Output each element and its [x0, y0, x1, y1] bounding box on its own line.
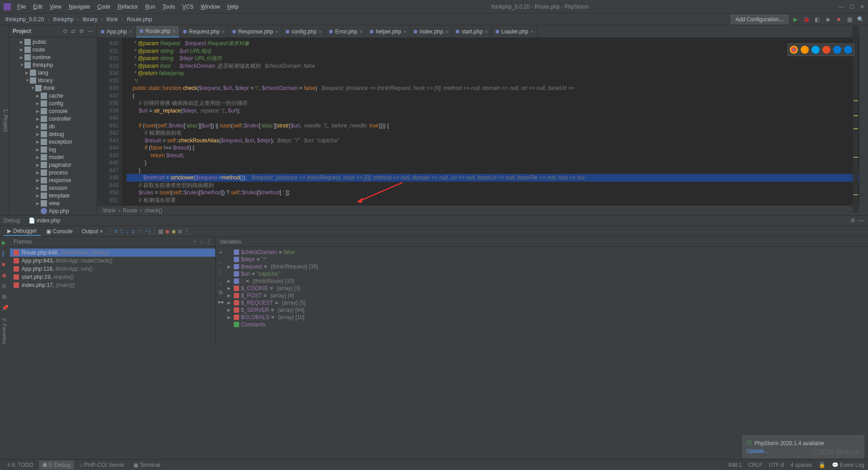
debug-icon[interactable]: 🐞 — [802, 15, 810, 24]
remove-watch-icon[interactable]: − — [219, 259, 222, 266]
var-row[interactable]: ▶$_POST = {array} [4] — [226, 292, 868, 299]
menu-navigate[interactable]: Navigate — [66, 2, 93, 12]
frame-down-icon[interactable]: ↓ — [200, 239, 203, 245]
show-exec-icon[interactable]: ≡ — [114, 228, 118, 235]
tree-item[interactable]: ▶exception — [9, 138, 97, 146]
tree-item[interactable]: ▼think — [9, 84, 97, 92]
debug-settings-icon[interactable]: ⚙ — [850, 217, 855, 224]
indent[interactable]: 4 spaces — [791, 462, 812, 468]
layout-icon[interactable]: ▦ — [845, 15, 854, 24]
opera-icon[interactable] — [822, 46, 830, 54]
ie-icon[interactable] — [833, 46, 841, 54]
menu-file[interactable]: File — [14, 2, 28, 12]
more-icon[interactable]: ⋮ — [184, 228, 189, 235]
search-icon[interactable]: 🔍 — [856, 15, 864, 24]
var-row[interactable]: ▶:: = {think\Route} [10] — [226, 277, 868, 285]
encoding[interactable]: UTF-8 — [769, 462, 784, 468]
evaluate-icon[interactable]: ▦ — [158, 228, 163, 235]
debug-hide-icon[interactable]: — — [859, 217, 864, 224]
editor-tab[interactable]: index.php× — [410, 26, 452, 38]
crumb[interactable]: thinkphp_5.0.20 — [4, 16, 46, 23]
frame-row[interactable]: index.php:17, {main}() — [10, 281, 215, 289]
resume-icon[interactable]: ▶ — [2, 240, 8, 246]
frame-row[interactable]: App.php:643, think\App::routeCheck() — [10, 257, 215, 265]
menu-edit[interactable]: Edit — [30, 2, 45, 12]
up-icon[interactable]: ↑ — [219, 269, 222, 276]
tree-item[interactable]: ▶view — [9, 199, 97, 207]
run-icon[interactable]: ▶ — [791, 15, 799, 24]
menu-help[interactable]: Help — [225, 2, 241, 12]
tree-item[interactable]: ▼thinkphp — [9, 61, 97, 69]
variables-list[interactable]: $checkDomain = false$depr = "/"▶$request… — [226, 247, 868, 345]
editor-tab[interactable]: Loader.php× — [492, 26, 538, 38]
console-tab[interactable]: ▣ Console — [42, 227, 76, 235]
var-row[interactable]: Constants — [226, 321, 868, 328]
bc-class[interactable]: Route — [123, 207, 137, 214]
view-bp-icon[interactable]: ◉ — [2, 272, 8, 278]
profile-icon[interactable]: ◉ — [824, 15, 832, 24]
firefox-icon[interactable] — [801, 46, 809, 54]
event-log[interactable]: 💬 Event Log — [832, 462, 864, 468]
tree-item[interactable]: ▶session — [9, 184, 97, 192]
frame-up-icon[interactable]: ↑ — [193, 239, 196, 245]
frame-more-icon[interactable]: ⋮ — [206, 239, 212, 245]
select-opened-icon[interactable]: ⊙ — [63, 28, 67, 34]
var-row[interactable]: $checkDomain = false — [226, 249, 868, 256]
tree-item[interactable]: ▶console — [9, 107, 97, 115]
bottom-tab[interactable]: ≡ 6: TODO — [4, 461, 37, 470]
tree-item[interactable]: ▶cache — [9, 92, 97, 99]
favorites-tool-tab[interactable]: 2: Favorites — [0, 316, 9, 346]
stop-debug-icon[interactable]: ■ — [2, 261, 8, 268]
frames-list[interactable]: Route.php:848, think\Route::check()App.p… — [10, 247, 215, 345]
tree-item[interactable]: ▶config — [9, 99, 97, 107]
settings-icon[interactable]: ⚙ — [79, 28, 84, 34]
menu-code[interactable]: Code — [94, 2, 113, 12]
minimize-icon[interactable]: — — [839, 4, 844, 10]
line-sep[interactable]: CRLF — [748, 462, 762, 468]
bottom-tab[interactable]: ▣ Terminal — [130, 461, 164, 470]
tree-item[interactable]: App.php — [9, 207, 97, 215]
pause-icon[interactable]: ∥ — [2, 250, 8, 257]
var-row[interactable]: ▶$_REQUEST = {array} [5] — [226, 299, 868, 306]
menu-window[interactable]: Window — [198, 2, 223, 12]
stop-icon[interactable]: ■ — [835, 15, 843, 24]
editor-tab[interactable]: Error.php× — [326, 26, 366, 38]
frame-row[interactable]: start.php:19, require() — [10, 273, 215, 281]
editor-tab[interactable]: Route.php× — [136, 26, 179, 38]
tree-item[interactable]: ▶model — [9, 153, 97, 161]
project-tool-tab[interactable]: 1: Project — [2, 29, 9, 212]
tree-item[interactable]: ▶response — [9, 176, 97, 184]
run-to-cursor-icon[interactable]: →| — [144, 228, 151, 235]
tree-item[interactable]: ▶route — [9, 46, 97, 53]
bc-ns[interactable]: \think — [103, 207, 116, 214]
menu-vcs[interactable]: VCS — [179, 2, 196, 12]
var-row[interactable]: ▶$_COOKIE = {array} [3] — [226, 285, 868, 292]
expand-icon[interactable]: ⇄ — [71, 28, 75, 34]
down-icon[interactable]: ↓ — [219, 279, 222, 286]
tree-item[interactable]: ▶public — [9, 38, 97, 46]
close-icon[interactable]: ✕ — [860, 4, 864, 10]
tree-item[interactable]: ▶log — [9, 146, 97, 153]
code-editor[interactable]: * @param Request $request Request请求对象 * … — [122, 38, 859, 205]
var-row[interactable]: ▶$_SERVER = {array} [84] — [226, 306, 868, 314]
var-row[interactable]: $url = "captcha" — [226, 270, 868, 277]
crumb[interactable]: think — [104, 16, 119, 23]
edge-icon[interactable] — [844, 46, 852, 54]
debugger-tab[interactable]: ▶ Debugger — [4, 227, 41, 236]
copy-icon[interactable]: ⧉ — [219, 289, 223, 296]
settings-dbg-icon[interactable]: ⚙ — [2, 294, 8, 300]
bottom-tab[interactable]: ⬢ 5: Debug — [39, 461, 74, 470]
crumb[interactable]: thinkphp — [51, 16, 75, 23]
var-row[interactable]: $depr = "/" — [226, 256, 868, 263]
coverage-icon[interactable]: ◧ — [813, 15, 821, 24]
force-step-icon[interactable]: ⇓ — [131, 228, 136, 235]
debug-config-tab[interactable]: 📄 index.php — [26, 216, 63, 225]
maximize-icon[interactable]: ☐ — [849, 4, 854, 10]
tree-item[interactable]: ▶process — [9, 169, 97, 176]
add-configuration-button[interactable]: Add Configuration... — [731, 14, 788, 24]
var-row[interactable]: ▶$GLOBALS = {array} [10] — [226, 314, 868, 321]
watch-icon[interactable]: ◉ — [165, 228, 170, 235]
editor-tab[interactable]: config.php× — [282, 26, 326, 38]
editor-tab[interactable]: start.php× — [452, 26, 492, 38]
pin-icon[interactable]: 📌 — [2, 305, 8, 311]
